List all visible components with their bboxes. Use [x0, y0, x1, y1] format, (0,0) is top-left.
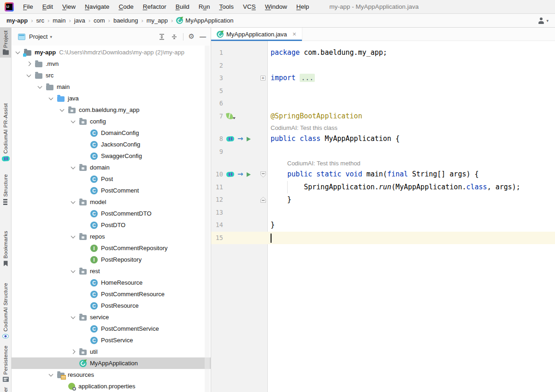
tree-item-postrepository[interactable]: IPostRepository	[12, 254, 211, 265]
code-text[interactable]	[268, 146, 555, 158]
code-text[interactable]: SpringApplication.run(MyAppApplication.c…	[268, 181, 555, 194]
chevron-down-icon[interactable]	[71, 164, 76, 169]
chevron-down-icon[interactable]	[60, 107, 65, 111]
breadcrumb-item-java[interactable]: java	[74, 17, 85, 24]
code-text[interactable]: CodiumAI: Test this method	[268, 158, 555, 168]
collapse-all-icon[interactable]	[171, 33, 178, 41]
tree-item-domain[interactable]: domain	[12, 162, 211, 173]
tree-item--mvn[interactable]: .mvn	[12, 58, 211, 70]
code-text[interactable]: }	[268, 193, 555, 206]
fold-marker-icon[interactable]	[260, 171, 266, 177]
code-text[interactable]: public class MyAppApplication {	[268, 133, 555, 146]
tool-button-explorer-partial[interactable]: lorer	[0, 384, 11, 392]
tree-item-my-app[interactable]: my-appC:\Users\hmdrz\Downloads\my-app (2…	[12, 47, 211, 58]
tree-item-jacksonconfig[interactable]: CJacksonConfig	[12, 139, 211, 150]
menu-help[interactable]: Help	[292, 3, 314, 10]
menu-build[interactable]: Build	[171, 3, 194, 10]
tree-item-postcommentrepository[interactable]: IPostCommentRepository	[12, 242, 211, 254]
chevron-down-icon[interactable]	[71, 268, 76, 273]
fold-marker-icon[interactable]	[260, 197, 266, 203]
code-text[interactable]	[268, 59, 555, 72]
breadcrumb-item-my-app[interactable]: my-app	[6, 17, 28, 24]
menu-file[interactable]: File	[18, 3, 38, 10]
codiumai-hint[interactable]: CodiumAI: Test this method	[271, 158, 360, 169]
tree-item-swaggerconfig[interactable]: CSwaggerConfig	[12, 150, 211, 162]
tree-item-com-baeldung-my-app[interactable]: com.baeldung.my_app	[12, 104, 211, 116]
tool-button-persistence[interactable]: Persistence	[0, 343, 11, 385]
tree-scrollbar[interactable]	[205, 46, 210, 392]
breadcrumb-item-main[interactable]: main	[53, 17, 65, 24]
code-text[interactable]: CodiumAI: Test this class	[268, 123, 555, 133]
chevron-right-icon[interactable]	[71, 350, 76, 354]
tree-item-repos[interactable]: repos	[12, 231, 211, 242]
tree-item-resources[interactable]: resources	[12, 369, 211, 380]
breadcrumb-item-src[interactable]: src	[36, 17, 44, 24]
tree-item-config[interactable]: config	[12, 116, 211, 127]
chevron-down-icon[interactable]	[71, 118, 76, 123]
menu-tools[interactable]: Tools	[215, 3, 239, 10]
breadcrumb-item-baeldung[interactable]: baeldung	[113, 17, 138, 24]
tree-item-rest[interactable]: rest	[12, 265, 211, 277]
tree-item-src[interactable]: src	[12, 70, 211, 81]
code-text[interactable]: @SpringBootApplication	[268, 110, 555, 123]
tab-close-icon[interactable]: ×	[293, 30, 296, 38]
tree-item-post[interactable]: CPost	[12, 173, 211, 185]
tool-button-bookmarks[interactable]: Bookmarks	[0, 228, 11, 269]
chevron-down-icon[interactable]	[71, 234, 76, 238]
tree-item-postdto[interactable]: CPostDTO	[12, 219, 211, 231]
code-text[interactable]	[268, 97, 555, 110]
codiumai-hint[interactable]: CodiumAI: Test this class	[271, 123, 337, 133]
chevron-down-icon[interactable]	[71, 199, 76, 204]
arrow-icon[interactable]: →	[237, 171, 243, 178]
chevron-down-icon[interactable]	[49, 372, 53, 376]
tree-item-model[interactable]: model	[12, 196, 211, 208]
editor-tab[interactable]: MyAppApplication.java ×	[211, 28, 302, 41]
leaf-icon[interactable]	[226, 112, 233, 120]
menu-vcs[interactable]: VCS	[238, 3, 260, 10]
menu-window[interactable]: Window	[260, 3, 292, 10]
expand-all-icon[interactable]	[158, 33, 165, 41]
tool-button-codiumai-structure[interactable]: CodiumAI Structure	[0, 280, 11, 341]
tree-item-java[interactable]: java	[12, 93, 211, 104]
menu-navigate[interactable]: Navigate	[80, 3, 114, 10]
codium-icon[interactable]	[226, 136, 235, 142]
arrow-icon[interactable]: →	[237, 135, 243, 142]
fold-expand-icon[interactable]: +	[260, 76, 266, 81]
tree-item-postcommentservice[interactable]: CPostCommentService	[12, 323, 211, 334]
menu-refactor[interactable]: Refactor	[138, 3, 171, 10]
run-icon[interactable]	[247, 172, 251, 177]
tool-button-codiumai-pr-assist[interactable]: CodiumAI PR-Assist	[0, 100, 11, 164]
code-text[interactable]	[268, 85, 555, 98]
tool-button-structure[interactable]: Structure	[0, 171, 11, 208]
menu-run[interactable]: Run	[194, 3, 215, 10]
chevron-down-icon[interactable]	[71, 314, 76, 319]
code-text[interactable]: import ...	[268, 72, 555, 85]
code-text[interactable]	[268, 206, 555, 219]
codium-icon[interactable]	[226, 172, 235, 177]
tree-item-application-properties[interactable]: application.properties	[12, 380, 211, 392]
menu-code[interactable]: Code	[114, 3, 138, 10]
tree-item-main[interactable]: main	[12, 81, 211, 93]
run-icon[interactable]	[247, 137, 251, 141]
project-panel-title[interactable]: Project	[29, 33, 47, 40]
tree-item-util[interactable]: util	[12, 346, 211, 357]
tree-item-service[interactable]: service	[12, 311, 211, 323]
code-text[interactable]: package com.baeldung.my_app;	[268, 47, 555, 59]
hide-panel-icon[interactable]: —	[200, 34, 206, 40]
tree-item-postcommentresource[interactable]: CPostCommentResource	[12, 288, 211, 300]
user-icon[interactable]	[537, 18, 544, 24]
tool-button-project[interactable]: Project	[0, 28, 11, 58]
tree-item-homeresource[interactable]: CHomeResource	[12, 277, 211, 288]
tree-item-postresource[interactable]: CPostResource	[12, 300, 211, 311]
user-dropdown-caret-icon[interactable]: ▾	[546, 18, 549, 23]
breadcrumb-item-myappapplication[interactable]: MyAppApplication	[176, 17, 233, 24]
user-menu[interactable]: ▾	[537, 18, 549, 24]
tree-item-postcomment[interactable]: CPostComment	[12, 185, 211, 196]
tree-item-domainconfig[interactable]: CDomainConfig	[12, 127, 211, 139]
tree-item-myappapplication[interactable]: MyAppApplication	[12, 357, 211, 369]
menu-edit[interactable]: Edit	[38, 3, 58, 10]
chevron-down-icon[interactable]	[16, 49, 20, 54]
project-view-caret-icon[interactable]: ▾	[50, 35, 52, 39]
code-text[interactable]	[268, 232, 555, 245]
chevron-down-icon[interactable]	[27, 72, 31, 77]
